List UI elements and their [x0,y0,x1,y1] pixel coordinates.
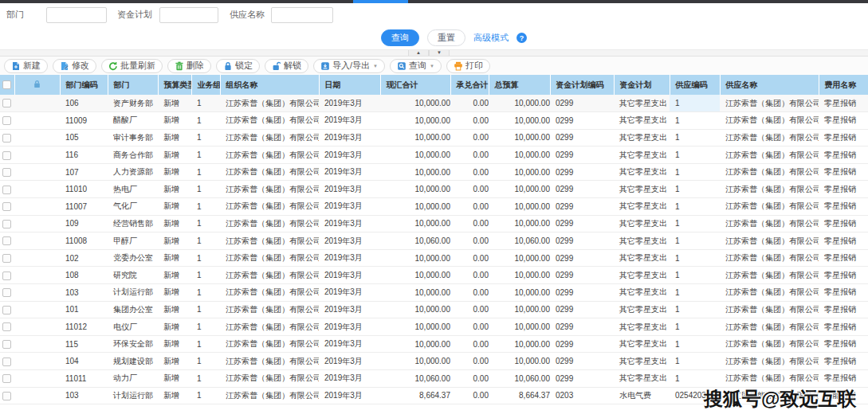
cell-org_name[interactable]: 江苏索普（集团）有限公司 [220,387,319,404]
cell-dept_code[interactable]: 11007 [60,198,108,216]
cell-expense[interactable]: 零星报销 [819,318,868,336]
cell-dept[interactable]: 环保安全部 [108,335,158,353]
cell-plan_code[interactable]: 0299 [550,353,614,370]
cell-biz_org_code[interactable]: 1 [191,301,220,318]
column-header-org_name[interactable]: 组织名称 [220,75,319,95]
cell-supplier_name[interactable]: 江苏索普（集团）有限公司 [720,112,819,130]
cell-supplier_code[interactable]: 1 [670,370,720,388]
cell-cash_total[interactable]: 10,000.00 [380,284,450,302]
cell-expense[interactable]: 零星报销 [819,95,868,112]
cell-org_name[interactable]: 江苏索普（集团）有限公司 [220,318,319,336]
cell-dept[interactable]: 党委办公室 [108,249,158,267]
cell-cash_total[interactable]: 10,000.00 [380,267,450,284]
table-row[interactable]: 106资产财务部新增1江苏索普（集团）有限公司2019年3月10,000.000… [0,95,868,112]
cell-plan[interactable]: 其它零星支出 [614,249,670,267]
cell-org_name[interactable]: 江苏索普（集团）有限公司 [220,335,319,353]
cell-expense[interactable]: 零星报销 [819,232,868,250]
cell-biz_org_code[interactable]: 1 [191,370,220,388]
dept-filter-input[interactable] [46,7,107,23]
cell-budget_type[interactable]: 新增 [158,198,191,216]
cell-supplier_name[interactable]: 江苏索普（集团）有限公司 [720,95,819,112]
cell-expense[interactable]: 零星报销 [819,370,868,388]
cell-dept_code[interactable]: 109 [60,215,108,232]
cell-biz_org_code[interactable]: 1 [191,129,220,146]
column-header-biz_org_code[interactable]: 业务组织编码 [191,75,220,95]
column-header-dept[interactable]: 部门 [108,75,158,95]
cell-plan[interactable]: 其它零星支出 [614,181,670,198]
cell-cash_total[interactable]: 10,000.00 [380,249,450,267]
cell-budget_type[interactable]: 新增 [158,95,191,112]
cell-supplier_name[interactable]: 江苏索普（集团）有限公司 [720,284,819,302]
cell-date[interactable]: 2019年3月 [319,284,380,302]
unlock-button[interactable]: 解锁 [265,59,308,73]
cell-total_budget[interactable]: 10,000.00 [489,146,550,164]
cell-org_name[interactable]: 江苏索普（集团）有限公司 [220,284,319,302]
row-checkbox[interactable] [2,151,11,160]
cell-dept_code[interactable]: 11012 [60,318,108,336]
table-row[interactable]: 109经营销售部新增1江苏索普（集团）有限公司2019年3月10,000.000… [0,215,868,232]
row-checkbox[interactable] [2,99,11,107]
cell-date[interactable]: 2019年3月 [319,301,380,318]
row-checkbox[interactable] [2,357,11,366]
cell-org_name[interactable]: 江苏索普（集团）有限公司 [220,249,319,267]
row-checkbox[interactable] [2,168,11,177]
help-icon[interactable]: ? [516,33,527,43]
cell-expense[interactable]: 零星报销 [819,181,868,198]
cell-total_budget[interactable]: 10,000.00 [489,112,550,130]
cell-supplier_code[interactable]: 1 [670,284,720,302]
cell-budget_type[interactable]: 新增 [158,181,191,198]
cell-biz_org_code[interactable]: 1 [191,112,220,130]
reset-button[interactable]: 重置 [427,29,465,46]
cell-supplier_code[interactable]: 1 [670,112,720,130]
cell-supplier_code[interactable]: 1 [670,318,720,336]
cell-supplier_code[interactable]: 1 [670,146,720,164]
cell-accept_total[interactable]: 0.00 [450,232,489,250]
cell-plan_code[interactable]: 0299 [550,318,614,336]
cell-date[interactable]: 2019年3月 [319,267,380,284]
cell-biz_org_code[interactable]: 1 [191,146,220,164]
cell-org_name[interactable]: 江苏索普（集团）有限公司 [220,129,319,146]
cell-total_budget[interactable]: 10,000.00 [489,267,550,284]
cell-supplier_code[interactable]: 1 [670,335,720,353]
cell-budget_type[interactable]: 新增 [158,301,191,318]
cell-supplier_name[interactable]: 江苏索普（集团）有限公司 [720,353,819,370]
cell-total_budget[interactable]: 10,000.00 [489,181,550,198]
cell-accept_total[interactable]: 0.00 [450,335,489,353]
cell-supplier_code[interactable]: 1 [670,198,720,216]
cell-total_budget[interactable]: 10,000.00 [489,353,550,370]
cell-accept_total[interactable]: 0.00 [450,387,489,404]
cell-dept[interactable]: 醋酸厂 [108,112,158,130]
cell-plan_code[interactable]: 0299 [550,215,614,232]
cell-plan[interactable]: 其它零星支出 [614,353,670,370]
cell-supplier_code[interactable]: 1 [670,267,720,284]
cell-cash_total[interactable]: 10,000.00 [380,95,450,112]
table-row[interactable]: 116商务合作部新增1江苏索普（集团）有限公司2019年3月10,000.000… [0,146,868,164]
cell-accept_total[interactable]: 0.00 [450,267,489,284]
cell-plan_code[interactable]: 0299 [550,267,614,284]
cell-biz_org_code[interactable]: 1 [191,284,220,302]
cell-supplier_name[interactable]: 江苏索普（集团）有限公司 [720,198,819,216]
column-header-dept_code[interactable]: 部门编码 [60,75,108,95]
cell-plan_code[interactable]: 0299 [550,335,614,353]
cell-plan_code[interactable]: 0299 [550,129,614,146]
cell-plan_code[interactable]: 0299 [550,181,614,198]
cell-dept_code[interactable]: 11009 [60,112,108,130]
row-checkbox[interactable] [2,116,11,125]
cell-budget_type[interactable]: 新增 [158,353,191,370]
cell-supplier_code[interactable]: 1 [670,215,720,232]
cell-dept_code[interactable]: 11010 [60,181,108,198]
cell-org_name[interactable]: 江苏索普（集团）有限公司 [220,353,319,370]
cell-dept_code[interactable]: 11008 [60,232,108,250]
collapse-down-icon[interactable]: ▼ [429,50,450,56]
lock-button[interactable]: 锁定 [216,59,260,73]
cell-accept_total[interactable]: 0.00 [450,215,489,232]
table-row[interactable]: 105审计事务部新增1江苏索普（集团）有限公司2019年3月10,000.000… [0,129,868,146]
cell-expense[interactable]: 零星报销 [819,112,868,130]
cell-dept[interactable]: 计划运行部 [108,387,158,404]
cell-supplier_name[interactable]: 江苏索普（集团）有限公司 [720,163,819,181]
lock-column-header[interactable] [14,75,60,95]
row-checkbox[interactable] [2,288,11,297]
cell-accept_total[interactable]: 0.00 [450,284,489,302]
row-checkbox[interactable] [2,134,11,143]
cell-supplier_name[interactable]: 江苏索普（集团）有限公司 [720,370,819,388]
